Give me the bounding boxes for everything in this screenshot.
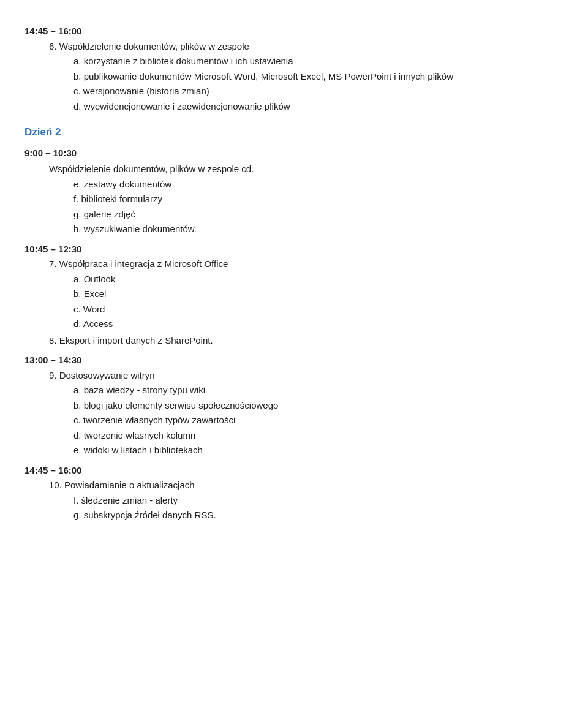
item-9a-text: baza wiedzy - strony typu wiki (84, 385, 205, 395)
item-e-letter: e. (74, 179, 84, 189)
item-7c-text: Word (83, 304, 105, 314)
item-9c: c. tworzenie własnych typów zawartości (74, 413, 564, 428)
item-9c-letter: c. (74, 415, 83, 425)
item-9d: d. tworzenie własnych kolumn (74, 429, 564, 443)
item-8: 8. Eksport i import danych z SharePoint. (49, 334, 564, 348)
time-block-1: 14:45 – 16:00 6. Współdzielenie dokument… (24, 25, 564, 113)
item-6d: d. wyewidencjonowanie i zaewidencjonowan… (74, 100, 564, 114)
time-block-3: 10:45 – 12:30 7. Współpraca i integracja… (24, 243, 564, 348)
item-7c-letter: c. (74, 304, 83, 314)
item-7d-text: Access (83, 319, 113, 329)
item-7a-letter: a. (74, 274, 84, 284)
item-9-heading: 9. Dostosowywanie witryn (49, 369, 564, 383)
item-9a: a. baza wiedzy - strony typu wiki (74, 383, 564, 398)
item-h-letter: h. (74, 224, 84, 234)
item-f-text: biblioteki formularzy (81, 194, 163, 204)
time-heading-2: 9:00 – 10:30 (24, 146, 564, 160)
time-heading-5: 14:45 – 16:00 (24, 464, 564, 478)
time-block-5: 14:45 – 16:00 10. Powiadamianie o aktual… (24, 464, 564, 523)
item-6a-letter: a. (74, 56, 84, 66)
item-10-heading: 10. Powiadamianie o aktualizacjach (49, 478, 564, 493)
item-10g-letter: g. (74, 510, 84, 520)
item-f: f. biblioteki formularzy (74, 192, 564, 206)
item-9d-letter: d. (74, 430, 84, 440)
item-7a: a. Outlook (74, 273, 564, 287)
item-7b-letter: b. (74, 289, 84, 299)
item-6c-text: wersjonowanie (historia zmian) (83, 86, 209, 96)
item-g-letter: g. (74, 209, 84, 219)
item-6b-letter: b. (74, 71, 84, 81)
item-6c: c. wersjonowanie (historia zmian) (74, 85, 564, 99)
item-6c-letter: c. (74, 86, 83, 96)
time-heading-3: 10:45 – 12:30 (24, 243, 564, 257)
item-6-heading: 6. Współdzielenie dokumentów, plików w z… (49, 40, 564, 54)
item-g: g. galerie zdjęć (74, 208, 564, 222)
item-e: e. zestawy dokumentów (74, 178, 564, 192)
item-9c-text: tworzenie własnych typów zawartości (83, 415, 235, 425)
item-9b-text: blogi jako elementy serwisu społeczności… (84, 400, 279, 410)
item-7b-text: Excel (84, 289, 107, 299)
item-7b: b. Excel (74, 287, 564, 301)
time-heading-4: 13:00 – 14:30 (24, 353, 564, 368)
item-10f-text: śledzenie zmian - alerty (81, 495, 178, 505)
time-heading-1: 14:45 – 16:00 (24, 25, 564, 39)
item-9b-letter: b. (74, 400, 84, 410)
item-7d: d. Access (74, 317, 564, 331)
item-10g: g. subskrypcja źródeł danych RSS. (74, 508, 564, 523)
item-7-heading: 7. Współpraca i integracja z Microsoft O… (49, 257, 564, 271)
item-7d-letter: d. (74, 319, 83, 329)
time-block-2: 9:00 – 10:30 Współdzielenie dokumentów, … (24, 146, 564, 236)
time-block-4: 13:00 – 14:30 9. Dostosowywanie witryn a… (24, 353, 564, 458)
item-e-text: zestawy dokumentów (84, 179, 172, 189)
item-10f: f. śledzenie zmian - alerty (74, 494, 564, 508)
item-10g-text: subskrypcja źródeł danych RSS. (84, 510, 216, 520)
item-6b: b. publikowanie dokumentów Microsoft Wor… (74, 70, 564, 84)
item-g-text: galerie zdjęć (84, 209, 135, 219)
item-9b: b. blogi jako elementy serwisu społeczno… (74, 399, 564, 413)
item-6a: a. korzystanie z bibliotek dokumentów i … (74, 55, 564, 69)
item-h: h. wyszukiwanie dokumentów. (74, 222, 564, 236)
item-6a-text: korzystanie z bibliotek dokumentów i ich… (84, 56, 293, 66)
block2-title: Współdzielenie dokumentów, plików w zesp… (49, 162, 564, 176)
day-2-heading: Dzień 2 (24, 124, 564, 140)
item-9e-letter: e. (74, 445, 84, 455)
item-9d-text: tworzenie własnych kolumn (84, 430, 196, 440)
item-10f-letter: f. (74, 495, 81, 505)
item-6b-text: publikowanie dokumentów Microsoft Word, … (84, 71, 453, 81)
item-9a-letter: a. (74, 385, 84, 395)
item-f-letter: f. (74, 194, 81, 204)
item-h-text: wyszukiwanie dokumentów. (84, 224, 197, 234)
item-6d-text: wyewidencjonowanie i zaewidencjonowanie … (84, 101, 290, 111)
item-7a-text: Outlook (84, 274, 116, 284)
item-6d-letter: d. (74, 101, 84, 111)
item-9e: e. widoki w listach i bibliotekach (74, 443, 564, 458)
item-7c: c. Word (74, 303, 564, 317)
item-9e-text: widoki w listach i bibliotekach (84, 445, 203, 455)
